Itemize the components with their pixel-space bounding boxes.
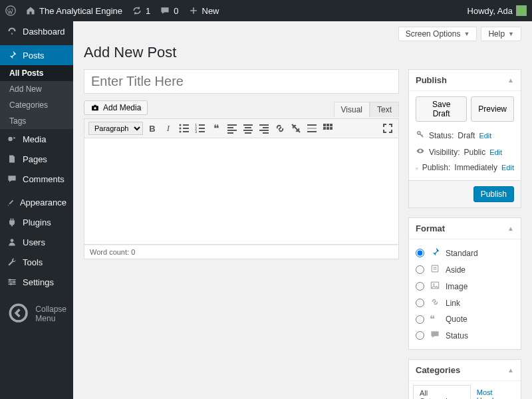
bold-button[interactable]: B bbox=[146, 122, 159, 135]
format-radio[interactable] bbox=[416, 299, 424, 307]
publish-heading[interactable]: Publish▲ bbox=[409, 70, 521, 91]
toolbar-toggle-button[interactable] bbox=[321, 122, 334, 135]
svg-rect-25 bbox=[243, 124, 253, 126]
align-left-button[interactable] bbox=[225, 122, 239, 135]
menu-dashboard[interactable]: Dashboard bbox=[0, 21, 73, 41]
chevron-up-icon: ▲ bbox=[507, 76, 514, 84]
comments-link[interactable]: 0 bbox=[160, 5, 178, 16]
svg-point-9 bbox=[180, 124, 182, 126]
unlink-button[interactable] bbox=[289, 122, 303, 135]
svg-rect-30 bbox=[263, 127, 269, 128]
menu-posts[interactable]: Posts bbox=[0, 45, 73, 65]
italic-button[interactable]: I bbox=[162, 122, 175, 135]
save-draft-button[interactable]: Save Draft bbox=[416, 96, 467, 122]
submenu-tags[interactable]: Tags bbox=[0, 113, 73, 129]
site-link[interactable]: The Analytical Engine bbox=[25, 5, 122, 16]
most-used-tab[interactable]: Most Used bbox=[471, 385, 517, 399]
format-radio[interactable] bbox=[416, 331, 424, 340]
menu-settings[interactable]: Settings bbox=[0, 272, 73, 292]
help-tab[interactable]: Help▼ bbox=[481, 27, 521, 41]
svg-point-0 bbox=[6, 6, 15, 15]
svg-rect-21 bbox=[227, 124, 237, 126]
quote-button[interactable]: ❝ bbox=[209, 122, 223, 135]
updates-count: 1 bbox=[146, 6, 150, 16]
menu-plugins[interactable]: Plugins bbox=[0, 212, 73, 232]
format-radio[interactable] bbox=[416, 249, 424, 257]
svg-rect-27 bbox=[243, 130, 253, 131]
visual-tab[interactable]: Visual bbox=[334, 102, 370, 117]
editor-textarea[interactable] bbox=[84, 138, 399, 245]
posts-submenu: All Posts Add New Categories Tags bbox=[0, 65, 73, 129]
new-link[interactable]: New bbox=[188, 5, 219, 16]
svg-point-11 bbox=[180, 131, 182, 133]
categories-heading[interactable]: Categories▲ bbox=[409, 360, 521, 381]
pin-icon bbox=[7, 50, 17, 61]
bullet-list-button[interactable] bbox=[178, 122, 191, 135]
format-radio[interactable] bbox=[416, 265, 424, 274]
svg-rect-41 bbox=[330, 127, 332, 130]
menu-pages[interactable]: Pages bbox=[0, 149, 73, 169]
wp-logo[interactable] bbox=[5, 5, 16, 16]
svg-rect-24 bbox=[227, 132, 233, 134]
format-heading[interactable]: Format▲ bbox=[409, 218, 521, 239]
format-select[interactable]: Paragraph bbox=[88, 122, 143, 135]
svg-rect-19 bbox=[199, 128, 205, 129]
svg-rect-33 bbox=[307, 124, 317, 126]
format-option-image[interactable]: Image bbox=[416, 278, 514, 295]
link-button[interactable] bbox=[273, 122, 287, 135]
menu-tools[interactable]: Tools bbox=[0, 252, 73, 272]
collapse-menu[interactable]: Collapse Menu bbox=[0, 296, 73, 332]
format-option-status[interactable]: Status bbox=[416, 327, 514, 344]
format-aside-icon bbox=[430, 263, 440, 276]
updates-link[interactable]: 1 bbox=[132, 5, 150, 16]
format-option-aside[interactable]: Aside bbox=[416, 261, 514, 278]
menu-media[interactable]: Media bbox=[0, 129, 73, 149]
submenu-all-posts[interactable]: All Posts bbox=[0, 65, 73, 81]
menu-users[interactable]: Users bbox=[0, 232, 73, 252]
all-categories-tab[interactable]: All Categories bbox=[413, 385, 471, 399]
submenu-add-new[interactable]: Add New bbox=[0, 81, 73, 97]
submenu-categories[interactable]: Categories bbox=[0, 97, 73, 113]
numbered-list-button[interactable]: 123 bbox=[194, 122, 207, 135]
publish-button[interactable]: Publish bbox=[473, 186, 514, 202]
account-link[interactable]: Howdy, Ada bbox=[467, 5, 527, 16]
svg-rect-38 bbox=[330, 124, 332, 126]
brush-icon bbox=[7, 199, 15, 207]
svg-point-10 bbox=[180, 128, 182, 130]
sliders-icon bbox=[7, 277, 17, 287]
edit-schedule-link[interactable]: Edit bbox=[501, 164, 514, 172]
svg-rect-37 bbox=[327, 124, 329, 126]
preview-button[interactable]: Preview bbox=[471, 96, 514, 122]
svg-point-4 bbox=[13, 281, 15, 283]
svg-point-46 bbox=[433, 283, 434, 285]
format-option-link[interactable]: Link bbox=[416, 295, 514, 311]
comment-icon bbox=[7, 174, 17, 184]
menu-comments[interactable]: Comments bbox=[0, 169, 73, 189]
home-icon bbox=[25, 5, 36, 16]
svg-rect-35 bbox=[307, 131, 317, 132]
editor-toolbar: Paragraph B I 123 ❝ bbox=[84, 118, 399, 138]
svg-rect-18 bbox=[199, 124, 205, 126]
chevron-up-icon: ▲ bbox=[507, 225, 514, 232]
align-center-button[interactable] bbox=[241, 122, 255, 135]
align-right-button[interactable] bbox=[257, 122, 271, 135]
edit-visibility-link[interactable]: Edit bbox=[489, 148, 502, 156]
page-icon bbox=[7, 154, 17, 164]
edit-status-link[interactable]: Edit bbox=[479, 132, 491, 140]
format-option-standard[interactable]: Standard bbox=[416, 245, 514, 261]
add-media-button[interactable]: Add Media bbox=[84, 100, 148, 115]
menu-appearance[interactable]: Appearance bbox=[0, 193, 73, 212]
fullscreen-button[interactable] bbox=[381, 122, 394, 135]
format-option-quote[interactable]: ❝Quote bbox=[416, 311, 514, 327]
admin-sidebar: Dashboard Posts All Posts Add New Catego… bbox=[0, 21, 73, 399]
site-name: The Analytical Engine bbox=[39, 6, 122, 16]
camera-icon bbox=[90, 103, 100, 112]
format-radio[interactable] bbox=[416, 315, 424, 324]
post-title-input[interactable] bbox=[84, 69, 399, 94]
screen-options-tab[interactable]: Screen Options▼ bbox=[398, 27, 477, 41]
svg-rect-40 bbox=[327, 127, 329, 130]
format-radio[interactable] bbox=[416, 282, 424, 291]
text-tab[interactable]: Text bbox=[370, 102, 399, 117]
more-button[interactable] bbox=[305, 122, 319, 135]
svg-rect-26 bbox=[245, 127, 251, 128]
